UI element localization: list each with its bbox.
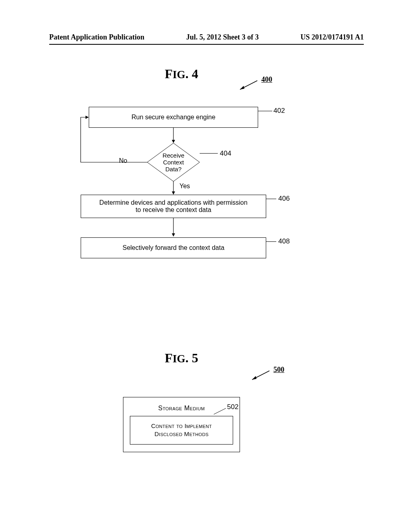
label-yes: Yes (179, 183, 190, 190)
ref-406: 406 (278, 195, 290, 203)
ref-404: 404 (220, 150, 231, 158)
fig5-title-ig: IG (173, 353, 186, 365)
svg-marker-1 (240, 86, 244, 89)
fig4-title-ig: IG (173, 69, 186, 81)
fig5-ref-arrow: 500 (250, 367, 294, 383)
leader-408 (266, 241, 276, 242)
fig5-title: FIG. 5 (141, 351, 222, 366)
no-loop-arrow (73, 107, 153, 165)
ref-402: 402 (273, 107, 285, 115)
svg-marker-7 (172, 191, 175, 195)
fig4-title-rest: . 4 (186, 66, 198, 81)
svg-marker-3 (172, 140, 175, 143)
fig4-ref-arrow: 400 (238, 77, 282, 93)
svg-marker-5 (86, 116, 89, 119)
content-box: Content to Implement Disclosed Methods (130, 416, 233, 445)
diamond-404-text: Receive Context Data? (147, 143, 200, 181)
fig4-ref-number: 400 (261, 75, 272, 84)
fig4-title-f: F (165, 66, 173, 81)
fig5-title-rest: . 5 (186, 351, 198, 365)
flowchart-fig4: Run secure exchange engine 402 Receive C… (81, 107, 282, 276)
arrow-icon (250, 367, 274, 383)
box-406: Determine devices and applications with … (81, 195, 266, 218)
content-text: Content to Implement Disclosed Methods (151, 422, 212, 437)
ref-408: 408 (278, 237, 290, 245)
leader-404 (200, 153, 218, 154)
svg-line-12 (214, 408, 226, 414)
leader-402 (258, 111, 272, 111)
svg-marker-9 (172, 233, 175, 237)
header-center: Jul. 5, 2012 Sheet 3 of 3 (186, 33, 259, 42)
fig5-ref-number: 500 (273, 366, 284, 374)
header-left: Patent Application Publication (49, 33, 144, 42)
arrow-down-icon (171, 218, 175, 237)
storage-medium-box: Storage Medium Content to Implement Disc… (123, 397, 240, 452)
arrow-icon (238, 77, 262, 93)
arrow-down-icon (171, 128, 175, 144)
fig4-title: FIG. 4 (141, 66, 222, 81)
box-406-text: Determine devices and applications with … (99, 199, 247, 214)
svg-marker-11 (252, 376, 257, 380)
arrow-down-icon (171, 181, 175, 195)
box-408: Selectively forward the context data (81, 237, 266, 258)
fig5-title-f: F (165, 351, 173, 365)
page-header: Patent Application Publication Jul. 5, 2… (49, 33, 364, 45)
ref-502: 502 (227, 403, 238, 411)
box-408-text: Selectively forward the context data (123, 244, 225, 251)
header-right: US 2012/0174191 A1 (300, 33, 364, 42)
diamond-404: Receive Context Data? (147, 143, 200, 181)
leader-406 (266, 199, 276, 199)
patent-page: Patent Application Publication Jul. 5, 2… (0, 0, 413, 532)
